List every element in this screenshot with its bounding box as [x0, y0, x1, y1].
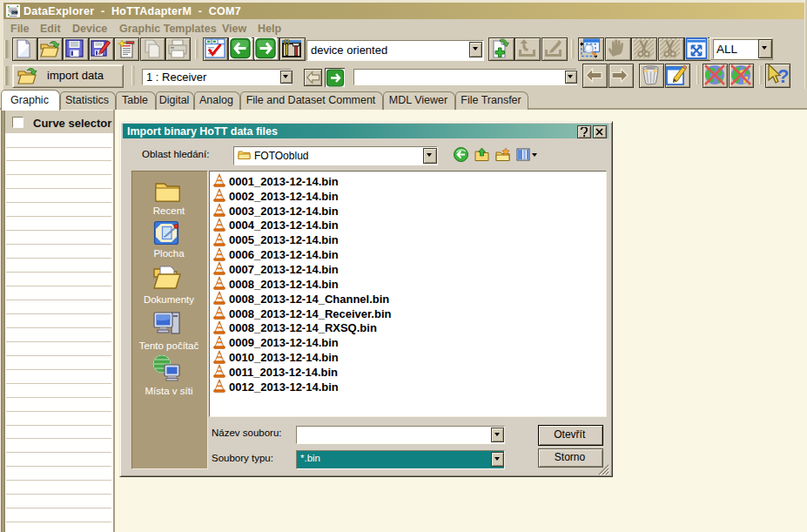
svg-text:?: ?	[777, 65, 789, 86]
